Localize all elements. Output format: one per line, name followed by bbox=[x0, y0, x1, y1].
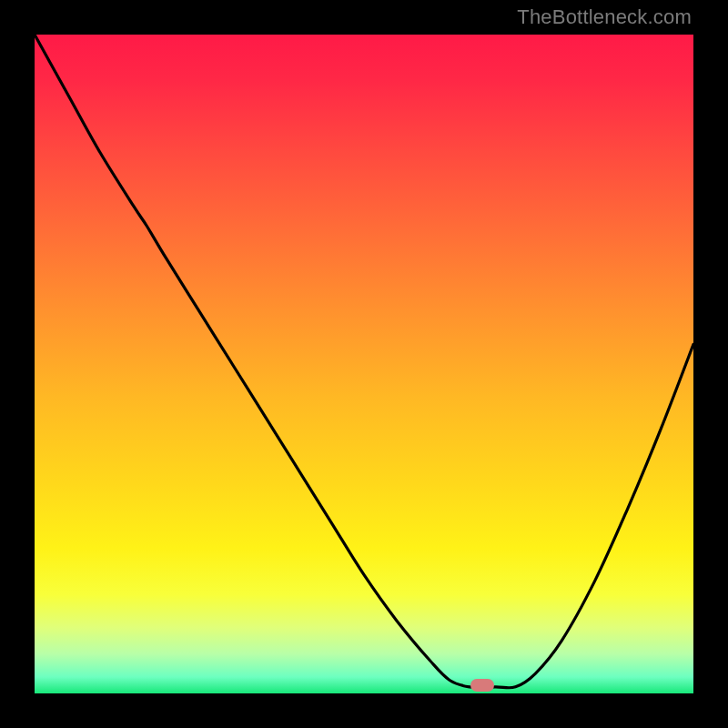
svg-rect-0 bbox=[35, 35, 693, 693]
plot-area bbox=[35, 35, 693, 693]
watermark-text: TheBottleneck.com bbox=[517, 5, 692, 29]
gradient-background bbox=[35, 35, 693, 693]
chart-container: TheBottleneck.com bbox=[0, 0, 728, 728]
optimal-point-marker bbox=[470, 679, 494, 692]
